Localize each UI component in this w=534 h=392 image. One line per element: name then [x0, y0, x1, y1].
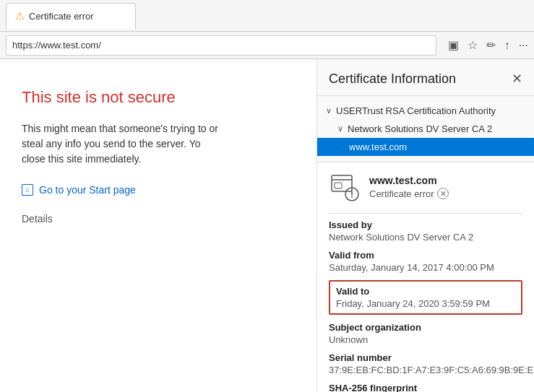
- cert-field-serial: Serial number 37:9E:EB:FC:BD:1F:A7:E3:9F…: [329, 352, 522, 375]
- toolbar-icons: ▣ ☆ ✏ ↑ ···: [448, 38, 528, 52]
- cert-field-valid-to-value: Friday, January 24, 2020 3:59:59 PM: [336, 298, 515, 309]
- cert-field-sha256-label: SHA-256 fingerprint: [329, 383, 522, 392]
- main-content: This site is not secure This might mean …: [0, 59, 534, 392]
- cert-field-valid-to-label: Valid to: [336, 286, 515, 297]
- chevron-icon: ∨: [337, 124, 343, 134]
- cert-pane-header: Certificate Information ✕: [317, 59, 534, 96]
- tree-item-leaf[interactable]: www.test.com: [317, 138, 534, 156]
- cert-field-subject-org-value: Unknown: [329, 334, 522, 345]
- details-link[interactable]: Details: [22, 213, 295, 225]
- tab-label: Certificate error: [29, 11, 94, 22]
- tree-item-intermediate[interactable]: ∨ Network Solutions DV Server CA 2: [317, 120, 534, 138]
- tree-item-root[interactable]: ∨ USERTrust RSA Certification Authority: [317, 102, 534, 120]
- cert-field-issued-by-value: Network Solutions DV Server CA 2: [329, 232, 522, 243]
- error-pane: This site is not secure This might mean …: [0, 59, 317, 392]
- chevron-icon: ∨: [326, 106, 332, 116]
- tab-warning-icon: ⚠: [15, 10, 25, 22]
- cert-status-text: Certificate error: [369, 188, 434, 199]
- svg-rect-2: [335, 183, 342, 188]
- cert-icon: [329, 171, 361, 203]
- tree-item-intermediate-label: Network Solutions DV Server CA 2: [348, 123, 492, 134]
- tab-bar: ⚠ Certificate error: [0, 0, 534, 32]
- share-icon[interactable]: ↑: [504, 39, 510, 52]
- error-description: This might mean that someone's trying to…: [22, 121, 224, 167]
- cert-domain: www.test.com: [369, 175, 522, 186]
- cert-field-valid-from: Valid from Saturday, January 14, 2017 4:…: [329, 250, 522, 273]
- cert-field-serial-label: Serial number: [329, 352, 522, 363]
- cert-subject-row: www.test.com Certificate error ✕: [329, 171, 522, 203]
- address-bar[interactable]: https://www.test.com/: [6, 35, 436, 56]
- cert-field-valid-to: Valid to Friday, January 24, 2020 3:59:5…: [329, 280, 522, 315]
- home-icon: ⌂: [22, 184, 33, 196]
- cert-error-circle-icon: ✕: [437, 188, 449, 199]
- cert-field-subject-org-label: Subject organization: [329, 322, 522, 333]
- cert-field-issued-by: Issued by Network Solutions DV Server CA…: [329, 219, 522, 243]
- cert-details: www.test.com Certificate error ✕ Issued …: [317, 162, 534, 392]
- cert-tree: ∨ USERTrust RSA Certification Authority …: [317, 96, 534, 162]
- cert-field-sha256: SHA-256 fingerprint: [329, 383, 522, 392]
- cert-field-valid-from-value: Saturday, January 14, 2017 4:00:00 PM: [329, 262, 522, 273]
- active-tab[interactable]: ⚠ Certificate error: [6, 3, 136, 29]
- cert-pane: Certificate Information ✕ ∨ USERTrust RS…: [317, 59, 534, 392]
- svg-point-5: [351, 196, 353, 198]
- tree-item-leaf-label: www.test.com: [349, 141, 407, 152]
- star-icon[interactable]: ☆: [468, 38, 478, 52]
- start-page-link[interactable]: ⌂ Go to your Start page: [22, 184, 295, 196]
- tree-item-root-label: USERTrust RSA Certification Authority: [336, 105, 496, 116]
- divider-1: [329, 213, 522, 214]
- cert-pane-close-button[interactable]: ✕: [512, 71, 522, 87]
- error-title: This site is not secure: [22, 88, 295, 107]
- pen-icon[interactable]: ✏: [486, 38, 496, 52]
- address-text: https://www.test.com/: [12, 40, 101, 51]
- cert-subject-info: www.test.com Certificate error ✕: [369, 175, 522, 199]
- cert-pane-title: Certificate Information: [329, 71, 456, 87]
- more-icon[interactable]: ···: [519, 39, 528, 52]
- cert-field-subject-org: Subject organization Unknown: [329, 322, 522, 345]
- cert-field-issued-by-label: Issued by: [329, 219, 522, 230]
- cert-field-valid-from-label: Valid from: [329, 250, 522, 261]
- cert-status: Certificate error ✕: [369, 188, 522, 199]
- start-page-label: Go to your Start page: [39, 184, 136, 196]
- address-bar-row: https://www.test.com/ ▣ ☆ ✏ ↑ ···: [0, 32, 534, 59]
- reader-icon[interactable]: ▣: [448, 38, 459, 52]
- cert-field-serial-value: 37:9E:EB:FC:BD:1F:A7:E3:9F:C5:A6:69:9B:9…: [329, 365, 522, 375]
